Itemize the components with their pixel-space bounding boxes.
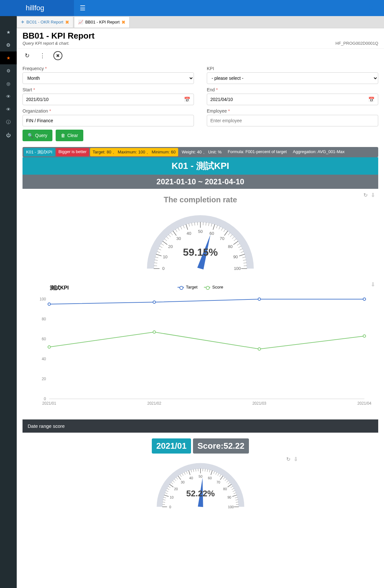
calendar-icon[interactable]: 📅 [184, 96, 190, 103]
legend-marker-blue [178, 287, 184, 288]
svg-text:80: 80 [42, 317, 46, 321]
tab-kpi-report[interactable]: 📈 BB01 - KPI Report ✖ [74, 16, 130, 28]
svg-line-106 [186, 471, 187, 474]
sidebar-dashboard-icon[interactable]: ❂ [0, 39, 17, 51]
kpi-select[interactable]: - please select - [207, 72, 378, 84]
svg-line-2 [154, 266, 157, 266]
svg-text:0: 0 [162, 266, 164, 271]
svg-line-32 [203, 222, 203, 225]
svg-line-92 [166, 491, 168, 492]
svg-line-110 [193, 469, 194, 472]
svg-line-6 [156, 254, 161, 256]
page-header: BB01 - KPI Report Query KPI report & cha… [17, 28, 384, 49]
badge-formula: Formula: F001-percent of target [225, 148, 289, 156]
sidebar: ★ ❂ ★ ⚙ ◎ 👁 👁 ⓘ ⏻ [0, 16, 17, 529]
query-form: Frequency * Month KPI - please select - … [17, 63, 384, 130]
refresh-icon[interactable]: ↻ [286, 456, 290, 462]
query-button-label: Query [35, 133, 47, 138]
svg-line-52 [240, 249, 242, 250]
svg-line-9 [158, 249, 161, 250]
svg-line-42 [224, 231, 228, 236]
svg-text:80: 80 [223, 487, 227, 491]
svg-text:0: 0 [44, 397, 46, 401]
sidebar-star-active-icon[interactable]: ★ [0, 51, 17, 64]
svg-line-21 [178, 228, 179, 231]
svg-text:30: 30 [176, 236, 181, 241]
svg-text:100: 100 [40, 297, 46, 301]
calendar-icon[interactable]: 📅 [368, 96, 375, 103]
svg-point-78 [363, 298, 366, 300]
brand[interactable]: hillfog [0, 0, 74, 16]
close-icon[interactable]: ✖ [65, 20, 69, 25]
svg-line-24 [186, 224, 188, 230]
sidebar-info-icon[interactable]: ⓘ [0, 116, 17, 129]
eraser-icon: 🗑 [61, 133, 65, 138]
refresh-icon[interactable]: ↻ [23, 51, 32, 60]
hamburger-icon[interactable]: ☰ [74, 4, 91, 12]
sidebar-star-icon[interactable]: ★ [0, 26, 17, 39]
badge-targets: Target: 80 、 Maximum: 100 、 Minimum: 60 [90, 148, 178, 156]
download-icon[interactable]: ⇩ [371, 192, 375, 198]
svg-point-81 [258, 348, 261, 350]
sidebar-gear-icon[interactable]: ⚙ [0, 64, 17, 77]
svg-line-94 [168, 486, 170, 488]
more-icon[interactable]: ⋮ [38, 51, 47, 60]
sidebar-eye-icon[interactable]: 👁 [0, 90, 17, 103]
line-chart-title: 測試KPI [50, 285, 69, 291]
svg-line-40 [221, 228, 223, 231]
svg-line-100 [176, 477, 178, 479]
svg-line-93 [167, 488, 169, 490]
svg-line-47 [234, 239, 236, 241]
svg-point-76 [153, 301, 156, 303]
close-icon[interactable]: ✖ [122, 20, 125, 25]
user-icon[interactable]: 👤 [367, 5, 384, 12]
download-icon[interactable]: ⇩ [294, 456, 298, 462]
end-date-input[interactable]: 2021/04/10 📅 [207, 94, 378, 105]
svg-text:2021/01: 2021/01 [42, 401, 56, 406]
svg-line-46 [232, 237, 234, 239]
svg-line-122 [215, 472, 216, 474]
employee-input[interactable] [207, 115, 378, 126]
top-header: hillfog ☰ 👤 [0, 0, 384, 16]
svg-line-11 [161, 243, 164, 245]
gauge-title: The completion rate [29, 195, 372, 204]
svg-text:2021/03: 2021/03 [252, 401, 267, 406]
svg-line-107 [188, 471, 190, 475]
svg-point-82 [363, 335, 366, 337]
organization-input[interactable] [23, 115, 194, 126]
svg-line-89 [164, 495, 169, 497]
svg-line-22 [180, 226, 182, 229]
svg-line-101 [178, 476, 181, 480]
search-icon: 🔍 [28, 133, 33, 138]
svg-text:100: 100 [228, 505, 233, 509]
close-circle-icon[interactable]: ✖ [53, 51, 62, 60]
svg-line-86 [162, 502, 165, 502]
svg-text:20: 20 [174, 487, 178, 491]
query-button[interactable]: 🔍 Query [23, 130, 52, 141]
svg-line-48 [233, 241, 238, 245]
refresh-icon[interactable]: ↻ [363, 192, 368, 198]
sidebar-user-icon[interactable]: ◎ [0, 77, 17, 90]
svg-line-99 [174, 479, 176, 481]
frequency-select[interactable]: Month [23, 72, 194, 84]
svg-text:30: 30 [181, 480, 185, 484]
svg-line-15 [166, 237, 169, 239]
start-date-value: 2021/01/10 [26, 97, 49, 102]
date-range-bar: 2021-01-10 ~ 2021-04-10 [23, 175, 378, 189]
start-date-input[interactable]: 2021/01/10 📅 [23, 94, 194, 105]
clear-button[interactable]: 🗑 Clear [56, 130, 83, 141]
svg-line-91 [165, 493, 167, 494]
svg-line-51 [238, 246, 241, 248]
svg-point-80 [153, 331, 156, 333]
sidebar-power-icon[interactable]: ⏻ [0, 129, 17, 142]
svg-line-95 [169, 484, 173, 487]
tab-okr-report[interactable]: ✈ BC01 - OKR Report ✖ [17, 16, 73, 28]
svg-line-119 [211, 471, 212, 475]
sidebar-view-icon[interactable]: 👁 [0, 103, 17, 116]
svg-text:20: 20 [168, 244, 173, 249]
svg-text:80: 80 [228, 244, 233, 249]
svg-text:2021/04: 2021/04 [357, 401, 371, 406]
download-icon[interactable]: ⇩ [371, 281, 375, 288]
svg-line-85 [162, 504, 165, 505]
svg-text:50: 50 [198, 229, 203, 234]
